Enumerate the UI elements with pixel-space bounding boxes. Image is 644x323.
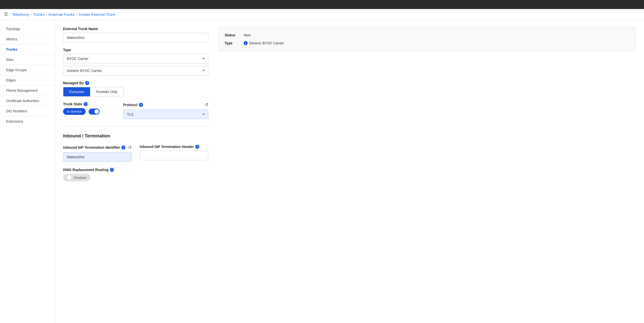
status-key-status: Status bbox=[225, 33, 240, 37]
status-card-type-row: Type i Generic BYOC Carrier bbox=[225, 41, 630, 45]
dnis-toggle-knob bbox=[67, 175, 72, 180]
status-val-type: i Generic BYOC Carrier bbox=[244, 41, 284, 45]
sidebar-item-metrics[interactable]: Metrics bbox=[0, 34, 55, 44]
protocol-reset-icon[interactable]: ↺ bbox=[205, 102, 208, 108]
status-card-status-row: Status New bbox=[225, 33, 630, 37]
status-card: Status New Type i Generic BYOC Carrier bbox=[218, 27, 636, 51]
section-divider bbox=[63, 126, 208, 126]
type-select-1[interactable]: BYOC Carrier bbox=[63, 54, 208, 63]
breadcrumb-sep-2: / bbox=[46, 12, 47, 17]
sidebar-item-edges[interactable]: Edges bbox=[0, 75, 55, 86]
breadcrumb-telephony[interactable]: Telephony bbox=[12, 12, 29, 17]
inbound-sip-id-input[interactable] bbox=[63, 152, 132, 162]
sidebar-item-trunks[interactable]: Trunks bbox=[0, 44, 55, 55]
trunk-name-input[interactable] bbox=[63, 33, 208, 42]
field-dnis: DNIS Replacement Routing ? Disabled bbox=[63, 168, 208, 181]
managed-by-toggle: Everyone Provider Only bbox=[63, 87, 124, 97]
field-label-inbound-sip-header: Inbound SIP Termination Header ? bbox=[140, 145, 208, 149]
field-label-managed-by: Managed By ? bbox=[63, 81, 208, 85]
type-info-icon: i bbox=[244, 41, 248, 45]
status-key-type: Type bbox=[225, 41, 240, 45]
managed-by-everyone-button[interactable]: Everyone bbox=[63, 87, 90, 96]
field-label-type: Type bbox=[63, 48, 208, 52]
field-trunk-state: Trunk State ? In Service bbox=[63, 102, 113, 115]
inbound-sip-header-input[interactable] bbox=[140, 151, 208, 160]
inbound-sip-id-help-icon[interactable]: ? bbox=[121, 145, 125, 149]
inbound-section-title: Inbound / Termination bbox=[63, 133, 208, 139]
field-inbound-sip-id: Inbound SIP Termination Identifier ? ↺ bbox=[63, 145, 132, 162]
sidebar: Topology Metrics Trunks Sites Edge Group… bbox=[0, 20, 55, 323]
field-inbound-sip-header: Inbound SIP Termination Header ? bbox=[140, 145, 208, 160]
sidebar-item-sites[interactable]: Sites bbox=[0, 55, 55, 65]
field-label-inbound-sip-id: Inbound SIP Termination Identifier ? bbox=[63, 145, 125, 149]
trunk-state-label: In Service bbox=[63, 108, 86, 115]
form-right: Status New Type i Generic BYOC Carrier bbox=[218, 27, 636, 51]
main-content: External Trunk Name Type BYOC Carrier bbox=[55, 20, 644, 323]
field-external-trunk-name: External Trunk Name bbox=[63, 27, 208, 42]
protocol-select[interactable]: TLS bbox=[123, 110, 208, 119]
top-bar bbox=[0, 0, 644, 9]
managed-by-help-icon[interactable]: ? bbox=[85, 81, 89, 85]
breadcrumb-sep-3: / bbox=[76, 12, 77, 17]
form-layout: External Trunk Name Type BYOC Carrier bbox=[63, 27, 636, 187]
field-label-protocol: Protocol ? bbox=[123, 103, 143, 107]
status-val-status: New bbox=[244, 33, 251, 37]
field-label-dnis: DNIS Replacement Routing ? bbox=[63, 168, 208, 172]
inbound-sip-id-reset-icon[interactable]: ↺ bbox=[128, 145, 132, 150]
field-label-trunk-name: External Trunk Name bbox=[63, 27, 208, 31]
managed-by-provider-only-button[interactable]: Provider Only bbox=[90, 87, 123, 96]
sidebar-item-edge-groups[interactable]: Edge Groups bbox=[0, 65, 55, 75]
breadcrumb-sep-1: / bbox=[31, 12, 32, 17]
header: ☰ Telephony / Trunks / External Trunks /… bbox=[0, 9, 644, 20]
breadcrumb: Telephony / Trunks / External Trunks / C… bbox=[12, 12, 115, 17]
trunk-state-toggle[interactable] bbox=[89, 109, 100, 115]
field-managed-by: Managed By ? Everyone Provider Only bbox=[63, 81, 208, 97]
inbound-sip-header-help-icon[interactable]: ? bbox=[195, 145, 199, 149]
dnis-toggle[interactable]: Disabled bbox=[63, 174, 90, 181]
main-layout: Topology Metrics Trunks Sites Edge Group… bbox=[0, 20, 644, 323]
protocol-help-icon[interactable]: ? bbox=[139, 103, 143, 107]
breadcrumb-create-external-trunk[interactable]: Create External Trunk bbox=[79, 12, 115, 17]
dnis-help-icon[interactable]: ? bbox=[110, 168, 114, 172]
field-label-trunk-state: Trunk State ? bbox=[63, 102, 113, 106]
sidebar-item-certificate-authorities[interactable]: Certificate Authorities bbox=[0, 96, 55, 106]
sidebar-item-phone-management[interactable]: Phone Management bbox=[0, 86, 55, 96]
trunk-state-help-icon[interactable]: ? bbox=[84, 102, 88, 106]
sidebar-item-extensions[interactable]: Extensions bbox=[0, 116, 55, 126]
field-type: Type BYOC Carrier Generic BYOC Carrier bbox=[63, 48, 208, 75]
trunk-state-toggle-row: In Service bbox=[63, 108, 113, 115]
dnis-toggle-label: Disabled bbox=[74, 176, 86, 180]
menu-icon[interactable]: ☰ bbox=[4, 12, 8, 17]
sidebar-item-did-numbers[interactable]: DID Numbers bbox=[0, 106, 55, 116]
sidebar-item-topology[interactable]: Topology bbox=[0, 24, 55, 34]
field-protocol: Protocol ? ↺ TLS bbox=[123, 102, 208, 119]
type-selects: BYOC Carrier Generic BYOC Carrier bbox=[63, 54, 208, 75]
breadcrumb-trunks[interactable]: Trunks bbox=[33, 12, 45, 17]
form-left: External Trunk Name Type BYOC Carrier bbox=[63, 27, 208, 187]
type-select-2[interactable]: Generic BYOC Carrier bbox=[63, 66, 208, 75]
inbound-grid: Inbound SIP Termination Identifier ? ↺ I… bbox=[63, 145, 208, 162]
breadcrumb-external-trunks[interactable]: External Trunks bbox=[49, 12, 75, 17]
